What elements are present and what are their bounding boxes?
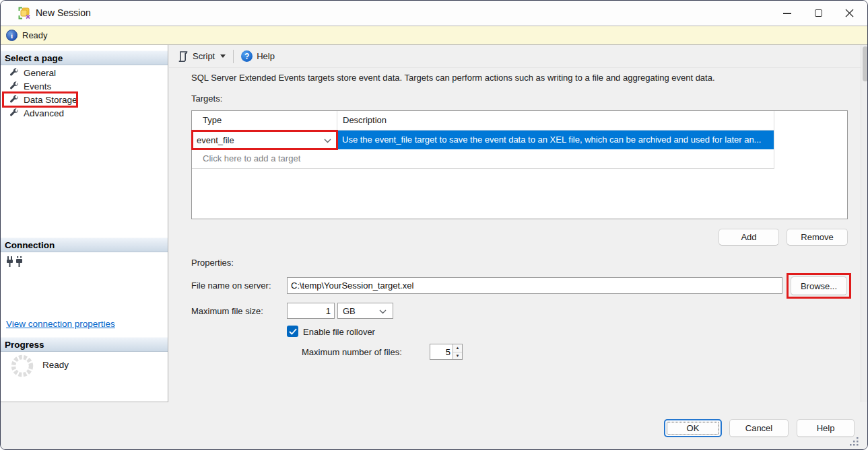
window-controls bbox=[772, 1, 865, 26]
view-connection-properties-link[interactable]: View connection properties bbox=[6, 319, 115, 329]
targets-table[interactable]: Type Description event_file Use the even… bbox=[191, 110, 848, 219]
toolbar: Script ? Help bbox=[169, 45, 861, 68]
title-bar: New Session bbox=[1, 1, 867, 26]
sidebar-item-general[interactable]: General bbox=[1, 66, 168, 79]
table-row[interactable]: event_file Use the event_file target to … bbox=[192, 130, 774, 149]
sidebar-item-label: Data Storage bbox=[24, 95, 77, 105]
minimize-icon bbox=[783, 13, 791, 14]
new-session-dialog: New Session i Ready Select a page Genera… bbox=[0, 0, 868, 450]
main-panel: Script ? Help SQL Server Extended Events… bbox=[169, 45, 868, 402]
grid-header: Type Description bbox=[192, 111, 774, 130]
page-description: SQL Server Extended Events targets store… bbox=[191, 73, 715, 83]
spinner-down-button[interactable]: ▼ bbox=[453, 352, 462, 360]
max-file-size-label: Maximum file size: bbox=[191, 306, 263, 316]
max-files-label: Maximum number of files: bbox=[302, 347, 402, 357]
wrench-icon bbox=[9, 108, 19, 118]
sidebar-item-advanced[interactable]: Advanced bbox=[1, 106, 168, 120]
sidebar-item-label: General bbox=[24, 68, 56, 78]
enable-rollover-checkbox[interactable] bbox=[287, 326, 298, 337]
help-toolbar-button[interactable]: ? Help bbox=[238, 48, 278, 65]
column-header-type[interactable]: Type bbox=[192, 111, 337, 130]
select-a-page-header: Select a page bbox=[1, 50, 168, 65]
spinner-up-button[interactable]: ▲ bbox=[453, 344, 462, 352]
info-icon: i bbox=[6, 30, 18, 41]
dialog-body: Select a page General Events Data Storag… bbox=[1, 45, 867, 402]
maximize-icon bbox=[815, 9, 822, 17]
checkmark-icon bbox=[289, 328, 297, 335]
sidebar-item-events[interactable]: Events bbox=[1, 79, 168, 93]
close-button[interactable] bbox=[834, 1, 865, 26]
cancel-button[interactable]: Cancel bbox=[729, 419, 789, 437]
script-label: Script bbox=[193, 51, 215, 61]
max-files-spinner: ▲ ▼ bbox=[430, 344, 463, 360]
sidebar-item-data-storage[interactable]: Data Storage bbox=[1, 93, 168, 106]
wrench-icon bbox=[9, 81, 19, 91]
max-file-size-unit-select[interactable]: GB bbox=[337, 303, 393, 319]
resize-grip-icon[interactable] bbox=[849, 437, 859, 447]
column-header-description[interactable]: Description bbox=[337, 111, 774, 130]
spinner-buttons: ▲ ▼ bbox=[453, 344, 462, 359]
script-button[interactable]: Script bbox=[174, 48, 229, 65]
connection-header: Connection bbox=[1, 237, 168, 252]
minimize-button[interactable] bbox=[772, 1, 803, 26]
chevron-down-icon bbox=[324, 139, 331, 143]
enable-rollover-label: Enable file rollover bbox=[303, 327, 375, 337]
properties-label: Properties: bbox=[191, 258, 234, 268]
help-button[interactable]: Help bbox=[797, 419, 855, 437]
progress-spinner-icon bbox=[10, 354, 34, 378]
status-text: Ready bbox=[22, 30, 48, 40]
remove-button[interactable]: Remove bbox=[787, 229, 848, 246]
add-target-placeholder-row[interactable]: Click here to add a target bbox=[192, 149, 774, 168]
script-icon bbox=[178, 51, 189, 62]
connection-plug-icon bbox=[7, 256, 24, 268]
session-app-icon bbox=[18, 7, 31, 20]
target-description-cell[interactable]: Use the event_file target to save the ev… bbox=[337, 130, 774, 149]
progress-status: Ready bbox=[42, 360, 69, 370]
script-dropdown-icon bbox=[220, 54, 226, 58]
browse-button[interactable]: Browse... bbox=[791, 276, 847, 295]
ok-button[interactable]: OK bbox=[664, 419, 722, 437]
toolbar-separator bbox=[233, 50, 234, 63]
wrench-icon bbox=[9, 95, 19, 104]
add-button[interactable]: Add bbox=[719, 229, 779, 246]
wrench-icon bbox=[9, 68, 19, 77]
max-files-input[interactable] bbox=[430, 344, 453, 359]
file-name-input[interactable] bbox=[287, 277, 782, 294]
file-name-label: File name on server: bbox=[191, 280, 271, 291]
sidebar-item-label: Events bbox=[24, 81, 51, 91]
type-cell: event_file bbox=[192, 130, 337, 149]
close-icon bbox=[845, 9, 854, 17]
left-panel: Select a page General Events Data Storag… bbox=[1, 45, 168, 402]
window-title: New Session bbox=[36, 7, 91, 18]
footer: OK Cancel Help bbox=[1, 402, 867, 450]
unit-value: GB bbox=[343, 306, 356, 316]
scrollbar-thumb[interactable] bbox=[863, 46, 868, 81]
progress-header: Progress bbox=[1, 337, 168, 352]
maximize-button[interactable] bbox=[803, 1, 834, 26]
status-bar: i Ready bbox=[1, 26, 867, 45]
target-type-value: event_file bbox=[197, 135, 234, 145]
vertical-scrollbar[interactable] bbox=[861, 45, 868, 402]
targets-grid: Type Description event_file Use the even… bbox=[192, 111, 774, 169]
chevron-down-icon bbox=[379, 309, 387, 314]
help-label: Help bbox=[257, 51, 275, 61]
max-file-size-input[interactable] bbox=[287, 303, 335, 319]
targets-label: Targets: bbox=[191, 93, 222, 104]
target-type-combobox[interactable]: event_file bbox=[192, 130, 337, 149]
help-icon: ? bbox=[241, 50, 253, 62]
sidebar-item-label: Advanced bbox=[24, 108, 64, 118]
